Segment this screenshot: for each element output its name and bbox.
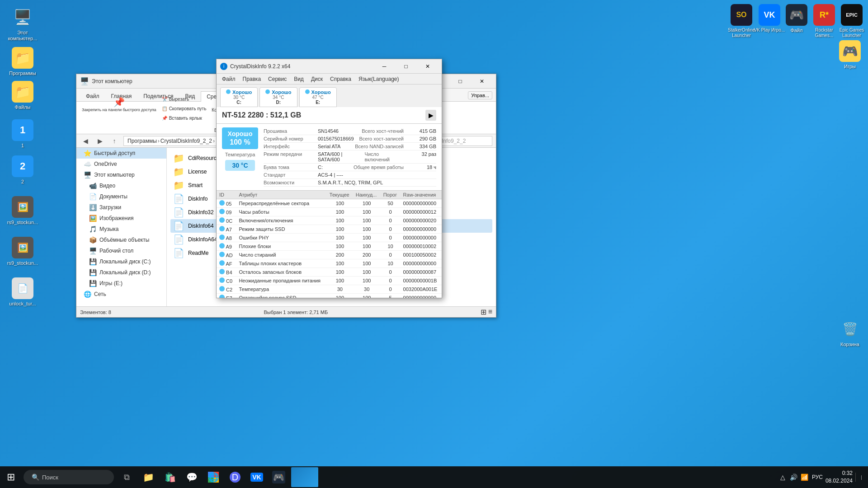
desktop-icon-igry[interactable]: 🎮 Игры bbox=[832, 38, 868, 71]
sidebar-item-3d[interactable]: 📦 Объёмные объекты bbox=[76, 235, 166, 245]
tray-volume[interactable]: 🔊 bbox=[789, 473, 798, 482]
taskbar-taskview[interactable]: ⧉ bbox=[117, 467, 137, 487]
menu-disk[interactable]: Диск bbox=[307, 75, 326, 83]
sidebar-item-onedrive[interactable]: ☁️ OneDrive bbox=[76, 159, 166, 169]
crystal-close-button[interactable]: ✕ bbox=[417, 59, 438, 74]
taskbar-store[interactable]: 🛍️ bbox=[160, 467, 180, 487]
firmware-label: Прошивка bbox=[264, 128, 318, 134]
smart-row[interactable]: C0 Неожиданные пропадания питания 100 10… bbox=[217, 277, 442, 285]
forward-button[interactable]: ▶ bbox=[94, 136, 105, 146]
tray-network[interactable]: 📶 bbox=[800, 473, 809, 482]
desktop-icon-my-computer[interactable]: 🖥️ Этот компьютер... bbox=[5, 5, 41, 43]
desktop-icon-epic[interactable]: EPIC Epic Games Launcher bbox=[834, 2, 868, 40]
smart-row[interactable]: A9 Плохие блоки 100 100 10 000000010002 bbox=[217, 242, 442, 251]
taskbar-discord[interactable]: D bbox=[225, 467, 245, 487]
images-icon: 🖼️ bbox=[89, 215, 97, 222]
smart-indicator bbox=[219, 217, 225, 223]
desktop-icon-files[interactable]: 📁 Файлы bbox=[5, 79, 41, 112]
search-label: Поиск bbox=[42, 474, 58, 481]
taskbar-clock[interactable]: 0:32 08.02.2024 bbox=[826, 469, 853, 485]
documents-icon: 📄 bbox=[89, 193, 97, 200]
sidebar-item-e[interactable]: 💾 Игры (E:) bbox=[76, 278, 166, 289]
interface-value: Serial ATA bbox=[318, 144, 340, 149]
maximize-button[interactable]: □ bbox=[450, 74, 471, 89]
smart-row[interactable]: 0C Включения/отключения 100 100 0 000000… bbox=[217, 216, 442, 225]
smart-row[interactable]: 09 Часы работы 100 100 0 000000000012 bbox=[217, 208, 442, 216]
taskbar-search[interactable]: 🔍 Поиск bbox=[24, 470, 114, 484]
sidebar-item-music[interactable]: 🎵 Музыка bbox=[76, 224, 166, 235]
onedrive-icon: ☁️ bbox=[84, 160, 91, 168]
paste-shortcut-button[interactable]: 📌 Вставить ярлык bbox=[160, 114, 208, 122]
menu-help[interactable]: Справка bbox=[326, 75, 355, 83]
sidebar-item-network[interactable]: 🌐 Сеть bbox=[76, 289, 166, 300]
start-button[interactable]: ⊞ bbox=[0, 466, 22, 488]
smart-indicator bbox=[219, 252, 225, 257]
sidebar-item-documents[interactable]: 📄 Документы bbox=[76, 191, 166, 202]
smart-row[interactable]: E7 Оставшийся ресурс SSD 100 100 5 00000… bbox=[217, 294, 442, 298]
smart-row[interactable]: C2 Температура 30 30 0 0032000A001E bbox=[217, 285, 442, 294]
taskbar-chrome[interactable]: 🌐 bbox=[203, 467, 223, 487]
desktop-icon-korzina[interactable]: 🗑️ Корзина bbox=[832, 316, 868, 349]
explorer-statusbar: Элементов: 8 Выбран 1 элемент: 2,71 МБ ⊞… bbox=[76, 306, 496, 317]
tray-chevron[interactable]: △ bbox=[778, 473, 788, 482]
col-worst: Наихуд... bbox=[353, 191, 381, 199]
detail-view-icon[interactable]: ≡ bbox=[488, 308, 492, 316]
smart-row[interactable]: B4 Осталось запасных блоков 100 100 0 00… bbox=[217, 268, 442, 277]
up-button[interactable]: ↑ bbox=[109, 136, 120, 146]
menu-edit[interactable]: Правка bbox=[239, 75, 265, 83]
sidebar-item-downloads[interactable]: ⬇️ Загрузки bbox=[76, 202, 166, 213]
menu-view[interactable]: Вид bbox=[290, 75, 307, 83]
pin-button[interactable]: 📌 Закрепить на панели быстрого доступа bbox=[80, 95, 158, 135]
smart-row[interactable]: AF Таблицы плохих кластеров 100 100 10 0… bbox=[217, 259, 442, 268]
total-reads-label: Всего хост-чтений bbox=[362, 128, 404, 134]
menu-service[interactable]: Сервис bbox=[264, 75, 290, 83]
health-tab-e[interactable]: Хорошо 47 °C E: bbox=[299, 87, 337, 107]
show-desktop-button[interactable]: | bbox=[855, 473, 864, 482]
drive-navigate-button[interactable]: ▶ bbox=[425, 110, 436, 121]
sidebar-item-c[interactable]: 💾 Локальный диск (C:) bbox=[76, 256, 166, 267]
taskbar-explorer[interactable]: 📁 bbox=[138, 467, 158, 487]
desktop-icon-rs9-1[interactable]: 🖼️ rs9_stockun... bbox=[5, 194, 41, 227]
view-toggle[interactable]: ⊞ ≡ bbox=[481, 308, 492, 316]
menu-language[interactable]: Язык(Language) bbox=[355, 75, 402, 83]
sidebar-item-desktop[interactable]: 🖥️ Рабочий стол bbox=[76, 245, 166, 256]
smart-row[interactable]: 05 Перераспределённые сектора 100 100 50… bbox=[217, 199, 442, 208]
desktop-icon-rs9-2[interactable]: 🖼️ rs9_stockun... bbox=[5, 235, 41, 268]
menu-file[interactable]: Файл bbox=[218, 75, 239, 83]
smart-header-row: ID Атрибут Текущее Наихуд... Порог Raw-з… bbox=[217, 191, 442, 199]
wallpaper-thumbnail[interactable] bbox=[291, 467, 318, 487]
desktop-icon-2[interactable]: 2 2 bbox=[5, 154, 41, 187]
taskbar-vkplay[interactable]: VK bbox=[247, 467, 267, 487]
sidebar-item-d[interactable]: 💾 Локальный диск (D:) bbox=[76, 267, 166, 278]
taskbar-steam-app[interactable]: 🎮 bbox=[269, 467, 288, 487]
explorer-window-icon: 🖥️ bbox=[80, 77, 89, 85]
smart-row[interactable]: AD Число стираний 200 200 0 000100050002 bbox=[217, 251, 442, 259]
copy-path-button[interactable]: 📋 Скопировать путь bbox=[160, 104, 208, 113]
crystal-titlebar[interactable]: i CrystalDiskInfo 9.2.2 x64 ─ □ ✕ bbox=[217, 59, 442, 74]
chrome-taskbar-icon: 🌐 bbox=[208, 472, 219, 483]
list-view-icon[interactable]: ⊞ bbox=[481, 308, 486, 316]
desktop-icon-programs[interactable]: 📁 Программы bbox=[5, 45, 41, 78]
taskbar-language[interactable]: РУС bbox=[812, 474, 823, 480]
smart-row[interactable]: A8 Ошибки PHY 100 100 0 000000000000 bbox=[217, 234, 442, 242]
health-temp-d: 34 °C bbox=[273, 95, 284, 100]
smart-row[interactable]: A7 Режим защиты SSD 100 100 0 0000000000… bbox=[217, 225, 442, 234]
crystal-minimize-button[interactable]: ─ bbox=[374, 59, 395, 74]
taskbar-whatsapp[interactable]: 💬 bbox=[182, 467, 202, 487]
sidebar-item-thispc[interactable]: 🖥️ Этот компьютер bbox=[76, 169, 166, 180]
col-thresh: Порог bbox=[381, 191, 401, 199]
close-button[interactable]: ✕ bbox=[472, 74, 492, 89]
desktop-icon-unlock[interactable]: 📄 unlock_tur... bbox=[5, 276, 41, 309]
back-button[interactable]: ◀ bbox=[80, 136, 91, 146]
video-icon: 📹 bbox=[89, 182, 97, 189]
manage-button[interactable]: Управ... bbox=[468, 91, 492, 99]
health-tab-d[interactable]: Хорошо 34 °C D: bbox=[259, 87, 297, 107]
sidebar-item-images[interactable]: 🖼️ Изображения bbox=[76, 213, 166, 224]
desktop-icon-1[interactable]: 1 1 bbox=[5, 117, 41, 150]
health-drive-e: E: bbox=[316, 100, 320, 105]
sidebar-item-video[interactable]: 📹 Видео bbox=[76, 180, 166, 191]
sidebar-item-quickaccess[interactable]: ⭐ Быстрый доступ bbox=[76, 148, 166, 159]
health-tab-c[interactable]: Хорошо 30 °C C: bbox=[220, 87, 258, 107]
crystal-maximize-button[interactable]: □ bbox=[396, 59, 416, 74]
serial-label: Серийный номер bbox=[264, 136, 318, 141]
